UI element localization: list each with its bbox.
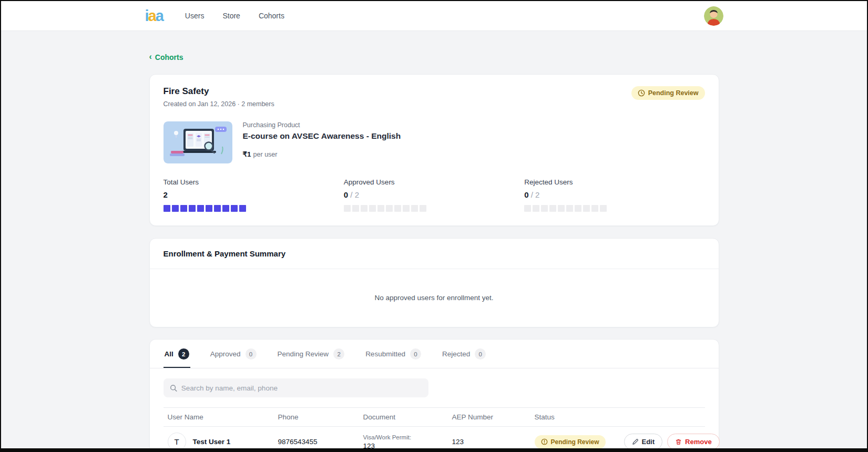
enrollment-empty-message: No approved users for enrollment yet. <box>150 269 719 327</box>
alert-circle-icon <box>541 438 548 445</box>
column-header: AEP Number <box>448 408 530 426</box>
user-initial-avatar: T <box>168 433 186 451</box>
cohort-status-label: Pending Review <box>648 89 699 97</box>
clock-icon <box>638 89 645 97</box>
stat-progress-squares <box>524 205 704 212</box>
cohort-stats: Total Users2Approved Users0 / 2Rejected … <box>164 178 705 212</box>
enrollment-title: Enrollment & Payment Summary <box>164 249 705 258</box>
tab-label: Resubmitted <box>365 350 405 358</box>
cohort-meta: Created on Jan 12, 2026 · 2 members <box>164 100 274 108</box>
stat-label: Total Users <box>164 178 344 186</box>
tab-resubmitted[interactable]: Resubmitted0 <box>364 340 422 368</box>
stat-rejected-users: Rejected Users0 / 2 <box>524 178 704 212</box>
breadcrumb-label: Cohorts <box>155 53 183 61</box>
document-type-label: Visa/Work Permit: <box>363 434 444 440</box>
column-header: Document <box>359 408 448 426</box>
tab-approved[interactable]: Approved0 <box>209 340 258 368</box>
app-window: iaa UsersStoreCohorts ‹ Cohorts Fire Saf… <box>0 0 868 452</box>
row-status-badge: Pending Review <box>535 435 606 449</box>
user-avatar[interactable] <box>704 6 723 26</box>
stat-progress-squares <box>344 205 524 212</box>
users-table: User NamePhoneDocumentAEP NumberStatus T… <box>164 407 705 452</box>
product-price: ₹1per user <box>243 150 401 158</box>
aep-number: 123 <box>448 434 530 450</box>
cohort-summary-card: Fire Safety Created on Jan 12, 2026 · 2 … <box>149 74 719 226</box>
enrollment-summary-card: Enrollment & Payment Summary No approved… <box>149 238 719 327</box>
stat-total-users: Total Users2 <box>164 178 344 212</box>
price-suffix: per user <box>253 151 278 158</box>
user-status-tabs: All2Approved0Pending Review2Resubmitted0… <box>150 340 719 368</box>
tab-rejected[interactable]: Rejected0 <box>441 340 487 368</box>
stat-label: Rejected Users <box>524 178 704 186</box>
nav-links: UsersStoreCohorts <box>185 12 284 20</box>
tab-count-badge: 2 <box>333 348 344 359</box>
stat-progress-squares <box>164 205 344 212</box>
column-header: Status <box>530 408 620 426</box>
product-section-label: Purchasing Product <box>243 121 401 129</box>
trash-icon <box>675 438 682 445</box>
nav-link-users[interactable]: Users <box>185 12 205 20</box>
row-status-label: Pending Review <box>551 438 599 446</box>
table-header-row: User NamePhoneDocumentAEP NumberStatus <box>164 407 705 427</box>
table-row: T Test User 1 9876543455 Visa/Work Permi… <box>164 427 705 452</box>
nav-link-store[interactable]: Store <box>222 12 240 20</box>
document-value: 123 <box>363 442 444 450</box>
tab-all[interactable]: All2 <box>164 340 190 368</box>
tab-count-badge: 0 <box>475 348 486 359</box>
search-input[interactable] <box>181 384 422 392</box>
user-initial: T <box>174 437 179 446</box>
stat-value: 0 / 2 <box>524 190 704 199</box>
remove-button-label: Remove <box>685 438 712 446</box>
stat-label: Approved Users <box>344 178 524 186</box>
top-navbar: iaa UsersStoreCohorts <box>1 1 867 31</box>
ecourse-illustration <box>164 121 232 163</box>
edit-button-label: Edit <box>642 438 655 446</box>
avatar-person-icon <box>704 6 723 26</box>
price-amount: ₹1 <box>243 150 251 158</box>
edit-user-button[interactable]: Edit <box>624 434 663 450</box>
tab-count-badge: 2 <box>178 348 189 359</box>
chevron-left-icon: ‹ <box>149 53 152 61</box>
iaa-logo[interactable]: iaa <box>145 8 163 24</box>
stat-value: 0 / 2 <box>344 190 524 199</box>
tab-pending-review[interactable]: Pending Review2 <box>277 340 346 368</box>
cohort-title: Fire Safety <box>164 86 274 97</box>
tab-label: Pending Review <box>278 350 329 358</box>
cohort-status-badge: Pending Review <box>631 86 705 100</box>
search-icon <box>170 384 177 392</box>
breadcrumb-back-cohorts[interactable]: ‹ Cohorts <box>149 53 183 61</box>
users-card: All2Approved0Pending Review2Resubmitted0… <box>149 339 719 452</box>
user-phone: 9876543455 <box>274 434 359 450</box>
stat-approved-users: Approved Users0 / 2 <box>344 178 524 212</box>
logo-letter: a <box>156 7 163 24</box>
pencil-icon <box>632 438 639 445</box>
user-name: Test User 1 <box>193 438 231 446</box>
page-content: ‹ Cohorts Fire Safety Created on Jan 12,… <box>149 31 719 452</box>
tab-label: Approved <box>210 350 241 358</box>
logo-letter: a <box>148 7 156 24</box>
stat-value: 2 <box>164 190 344 199</box>
tab-count-badge: 0 <box>246 348 257 359</box>
product-thumbnail <box>164 121 232 163</box>
column-header: Phone <box>274 408 359 426</box>
remove-user-button[interactable]: Remove <box>667 434 720 450</box>
product-name: E-course on AVSEC Awareness - English <box>243 131 401 141</box>
tab-label: All <box>165 350 173 358</box>
nav-link-cohorts[interactable]: Cohorts <box>259 12 284 20</box>
tab-label: Rejected <box>442 350 470 358</box>
tab-count-badge: 0 <box>410 348 421 359</box>
column-header: User Name <box>164 408 274 426</box>
user-search <box>164 378 428 397</box>
